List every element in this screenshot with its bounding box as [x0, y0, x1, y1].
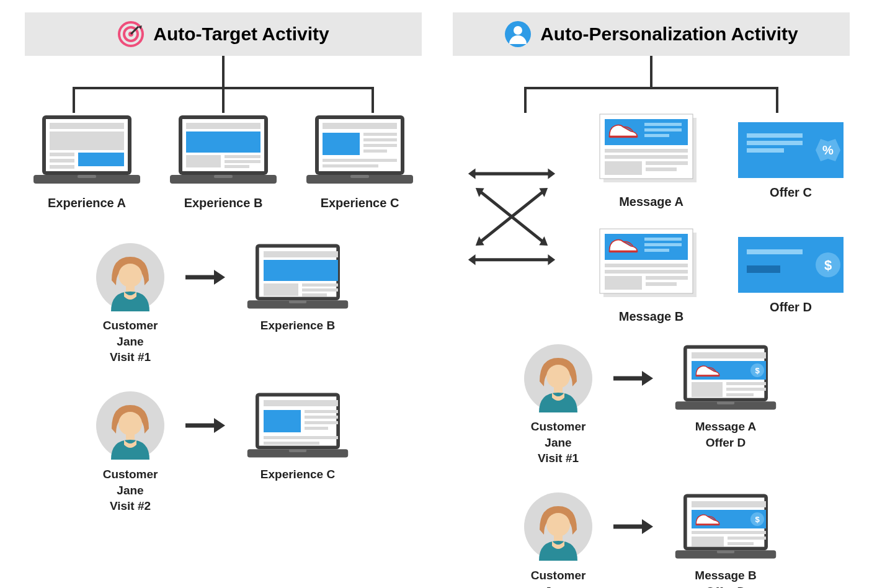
experience-a: Experience A — [25, 113, 149, 210]
auto-target-column: Auto-Target Activity Experience A Experi… — [25, 12, 422, 514]
laptop-icon — [304, 113, 416, 187]
experience-c: Experience C — [298, 113, 422, 210]
message-b-label: Message B — [571, 310, 732, 324]
laptop-icon — [31, 113, 143, 187]
connector-stub — [453, 56, 850, 87]
experiences-row: Experience A Experience B Experience C — [25, 113, 422, 210]
laptop-icon — [673, 491, 778, 563]
arrow-icon — [611, 517, 654, 536]
avatar-icon — [524, 344, 592, 412]
connector-branch — [25, 87, 422, 113]
customer-visit-1: Customer Jane Visit #1 Message A Offer D — [524, 342, 778, 466]
laptop-icon — [673, 342, 778, 414]
laptop-icon — [245, 241, 350, 313]
customer-result: Experience C — [245, 466, 350, 514]
message-card-icon — [599, 113, 704, 187]
target-icon — [117, 20, 145, 48]
customer-name: Customer Jane — [96, 318, 164, 349]
offer-card-icon — [738, 237, 844, 293]
laptop-icon — [245, 390, 350, 461]
avatar-icon — [96, 391, 164, 460]
offer-d-label: Offer D — [732, 300, 850, 314]
auto-personalization-customers: Customer Jane Visit #1 Message A Offer D… — [453, 342, 850, 588]
customer-result-msg: Message A — [673, 419, 778, 435]
connector-stub — [25, 56, 422, 87]
avatar-icon — [524, 492, 592, 561]
customer-result-msg: Message B — [673, 568, 778, 584]
customer-result-offer: Offer D — [673, 435, 778, 451]
customer-result: Experience B — [245, 318, 350, 365]
customer-name: Customer Jane — [524, 419, 592, 450]
double-arrow-icon — [453, 138, 571, 299]
experience-b-label: Experience B — [161, 196, 285, 210]
messages-offers-grid: Message A Offer C Message B Offer D — [453, 113, 850, 324]
auto-target-customers: Customer Jane Visit #1 Experience B Cust… — [25, 241, 422, 514]
customer-visit: Visit #2 — [96, 498, 164, 514]
laptop-icon — [167, 113, 279, 187]
offer-c-label: Offer C — [732, 185, 850, 200]
offer-card-icon — [738, 122, 844, 178]
auto-target-header: Auto-Target Activity — [25, 12, 422, 56]
customer-visit: Visit #1 — [96, 349, 164, 365]
auto-personalization-title: Auto-Personalization Activity — [540, 24, 798, 45]
customer-visit-1: Customer Jane Visit #1 Experience B — [96, 241, 350, 365]
connector-branch — [453, 87, 850, 113]
auto-personalization-header: Auto-Personalization Activity — [453, 12, 850, 56]
customer-name: Customer Jane — [96, 466, 164, 498]
experience-c-label: Experience C — [298, 196, 422, 210]
customer-visit-2: Customer Jane Visit #2 Experience C — [96, 390, 350, 514]
person-icon — [504, 20, 532, 48]
cross-arrows — [453, 138, 571, 299]
experience-a-label: Experience A — [25, 196, 149, 210]
auto-personalization-column: Auto-Personalization Activity Message A … — [453, 12, 850, 588]
message-b: Message B — [571, 228, 732, 324]
offer-d: Offer D — [732, 237, 850, 314]
message-a-label: Message A — [571, 195, 732, 209]
avatar-icon — [96, 243, 164, 311]
experience-b: Experience B — [161, 113, 285, 210]
message-card-icon — [599, 228, 704, 302]
arrow-icon — [183, 416, 226, 435]
customer-result-offer: Offer D — [673, 584, 778, 588]
customer-visit-2: Customer Jane Visit #2 Message B Offer D — [524, 491, 778, 588]
arrow-icon — [611, 369, 654, 388]
auto-target-title: Auto-Target Activity — [153, 24, 329, 45]
arrow-icon — [183, 268, 226, 287]
offer-c: Offer C — [732, 122, 850, 200]
customer-visit: Visit #1 — [524, 450, 592, 466]
customer-name: Customer Jane — [524, 568, 592, 588]
message-a: Message A — [571, 113, 732, 209]
